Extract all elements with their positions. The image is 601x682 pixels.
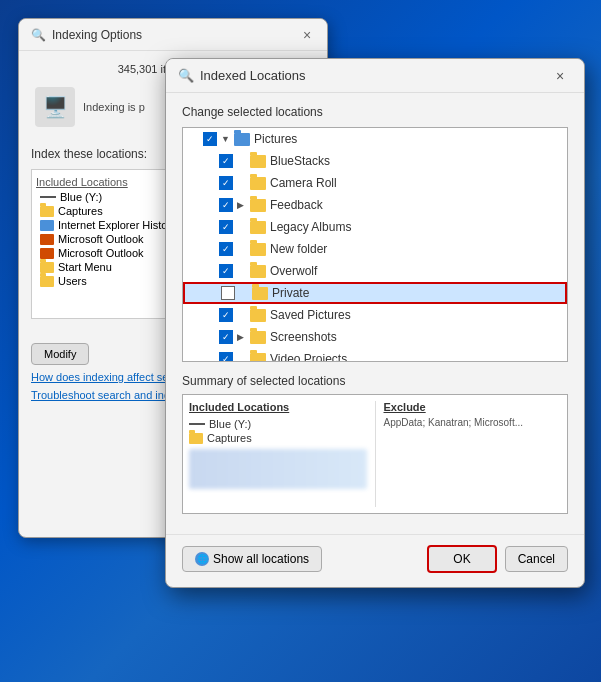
locations-tree[interactable]: ▼ Pictures BlueStacks Camera Roll xyxy=(182,127,568,362)
tree-label-bluestacks: BlueStacks xyxy=(270,154,330,168)
tree-item-saved-pictures[interactable]: Saved Pictures xyxy=(183,304,567,326)
folder-icon-private xyxy=(252,287,268,300)
exclude-text: AppData; Kanatran; Microsoft... xyxy=(384,417,562,428)
indexing-status-icon: 🖥️ xyxy=(35,87,75,127)
show-all-label: Show all locations xyxy=(213,552,309,566)
indexed-locations-dialog: 🔍 Indexed Locations × Change selected lo… xyxy=(165,58,585,588)
expand-overwolf[interactable] xyxy=(237,266,247,276)
checkbox-pictures[interactable] xyxy=(203,132,217,146)
expand-feedback[interactable]: ▶ xyxy=(237,200,247,210)
summary-label: Summary of selected locations xyxy=(182,374,568,388)
folder-icon-captures-summary xyxy=(189,433,203,444)
cancel-button[interactable]: Cancel xyxy=(505,546,568,572)
folder-icon-overwolf xyxy=(250,265,266,278)
tree-label-video-projects: Video Projects xyxy=(270,352,347,362)
modify-button[interactable]: Modify xyxy=(31,343,89,365)
tree-label-saved-pictures: Saved Pictures xyxy=(270,308,351,322)
ok-button[interactable]: OK xyxy=(427,545,496,573)
expand-screenshots[interactable]: ▶ xyxy=(237,332,247,342)
summary-exclude-header: Exclude xyxy=(384,401,562,413)
location-name: Users xyxy=(58,275,87,287)
folder-icon-new-folder xyxy=(250,243,266,256)
expand-new-folder[interactable] xyxy=(237,244,247,254)
folder-icon xyxy=(40,276,54,287)
tree-label-private: Private xyxy=(272,286,309,300)
tree-item-video-projects[interactable]: Video Projects xyxy=(183,348,567,362)
folder-icon-video-projects xyxy=(250,353,266,363)
checkbox-camera-roll[interactable] xyxy=(219,176,233,190)
location-name: Start Menu xyxy=(58,261,112,273)
tree-label-new-folder: New folder xyxy=(270,242,327,256)
summary-divider xyxy=(375,401,376,507)
checkbox-feedback[interactable] xyxy=(219,198,233,212)
summary-included-header: Included Locations xyxy=(189,401,367,413)
tree-label-overwolf: Overwolf xyxy=(270,264,317,278)
outlook-icon xyxy=(40,234,54,245)
folder-icon xyxy=(40,206,54,217)
tree-label-screenshots: Screenshots xyxy=(270,330,337,344)
globe-icon: 🌐 xyxy=(195,552,209,566)
tree-item-new-folder[interactable]: New folder xyxy=(183,238,567,260)
checkbox-video-projects[interactable] xyxy=(219,352,233,362)
expand-video-projects[interactable] xyxy=(237,354,247,362)
tree-item-legacy-albums[interactable]: Legacy Albums xyxy=(183,216,567,238)
checkbox-bluestacks[interactable] xyxy=(219,154,233,168)
tree-item-pictures[interactable]: ▼ Pictures xyxy=(183,128,567,150)
location-name: Captures xyxy=(58,205,103,217)
change-locations-label: Change selected locations xyxy=(182,105,568,119)
checkbox-overwolf[interactable] xyxy=(219,264,233,278)
folder-icon-bluestacks xyxy=(250,155,266,168)
dash-icon-summary xyxy=(189,423,205,425)
summary-box: Included Locations Blue (Y:) Captures Ex… xyxy=(182,394,568,514)
tree-label-pictures: Pictures xyxy=(254,132,297,146)
main-dialog-title-text: Indexed Locations xyxy=(200,68,306,83)
folder-icon-saved-pictures xyxy=(250,309,266,322)
indexing-options-icon: 🔍 xyxy=(31,28,46,42)
location-name: Blue (Y:) xyxy=(60,191,102,203)
bg-window-title: 🔍 Indexing Options xyxy=(31,28,142,42)
checkbox-private[interactable] xyxy=(221,286,235,300)
main-titlebar: 🔍 Indexed Locations × xyxy=(166,59,584,93)
tree-item-screenshots[interactable]: ▶ Screenshots xyxy=(183,326,567,348)
folder-icon-pictures xyxy=(234,133,250,146)
checkbox-new-folder[interactable] xyxy=(219,242,233,256)
tree-label-camera-roll: Camera Roll xyxy=(270,176,337,190)
ie-icon xyxy=(40,220,54,231)
summary-item-blue: Blue (Y:) xyxy=(189,417,367,431)
dialog-footer: 🌐 Show all locations OK Cancel xyxy=(166,534,584,587)
locations-title-icon: 🔍 xyxy=(178,68,194,83)
expand-bluestacks[interactable] xyxy=(237,156,247,166)
summary-item-captures: Captures xyxy=(189,431,367,445)
folder-icon-legacy-albums xyxy=(250,221,266,234)
checkbox-screenshots[interactable] xyxy=(219,330,233,344)
dialog-close-button[interactable]: × xyxy=(548,64,572,88)
tree-label-feedback: Feedback xyxy=(270,198,323,212)
expand-legacy-albums[interactable] xyxy=(237,222,247,232)
summary-exclude-col: Exclude AppData; Kanatran; Microsoft... xyxy=(384,401,562,507)
checkbox-saved-pictures[interactable] xyxy=(219,308,233,322)
location-name: Microsoft Outlook xyxy=(58,233,144,245)
bg-window-titlebar: 🔍 Indexing Options × xyxy=(19,19,327,51)
expand-pictures[interactable]: ▼ xyxy=(221,134,231,144)
location-name: Internet Explorer Histo xyxy=(58,219,167,231)
expand-saved-pictures[interactable] xyxy=(237,310,247,320)
expand-camera-roll[interactable] xyxy=(237,178,247,188)
folder-icon xyxy=(40,262,54,273)
tree-label-legacy-albums: Legacy Albums xyxy=(270,220,351,234)
dialog-body: Change selected locations ▼ Pictures Blu… xyxy=(166,93,584,526)
bg-window-close-button[interactable]: × xyxy=(299,27,315,43)
blurred-content xyxy=(189,449,367,489)
tree-item-overwolf[interactable]: Overwolf xyxy=(183,260,567,282)
tree-item-camera-roll[interactable]: Camera Roll xyxy=(183,172,567,194)
show-all-button[interactable]: 🌐 Show all locations xyxy=(182,546,322,572)
tree-item-private[interactable]: Private xyxy=(183,282,567,304)
summary-included-col: Included Locations Blue (Y:) Captures xyxy=(189,401,367,507)
expand-private[interactable] xyxy=(239,288,249,298)
tree-item-bluestacks[interactable]: BlueStacks xyxy=(183,150,567,172)
summary-blue-label: Blue (Y:) xyxy=(209,418,251,430)
folder-icon-feedback xyxy=(250,199,266,212)
checkbox-legacy-albums[interactable] xyxy=(219,220,233,234)
indexing-status-text: Indexing is p xyxy=(83,101,145,113)
tree-item-feedback[interactable]: ▶ Feedback xyxy=(183,194,567,216)
folder-icon-screenshots xyxy=(250,331,266,344)
